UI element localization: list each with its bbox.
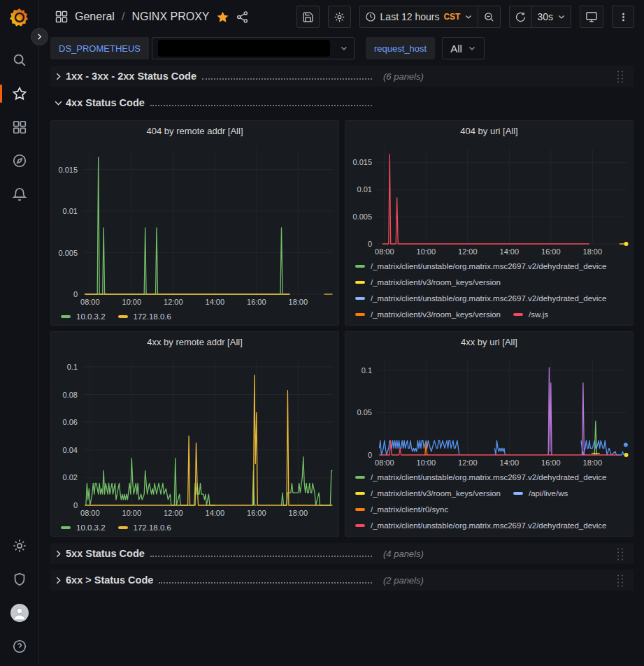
refresh-interval-picker[interactable]: 30s [532,6,571,28]
svg-text:08:00: 08:00 [80,298,100,306]
legend-label: 10.0.3.2 [76,312,106,321]
sidebar-item-alerting[interactable] [0,178,39,211]
sidebar-item-starred[interactable] [0,77,39,110]
legend-label: 10.0.3.2 [76,523,106,532]
zoom-out-time-button[interactable] [478,6,501,28]
row-panel-count: (6 panels) [383,71,424,82]
sidebar-item-configuration[interactable] [0,529,39,563]
sidebar-item-explore[interactable] [0,144,39,178]
svg-text:14:00: 14:00 [206,298,225,306]
panel-title[interactable]: 4xx by uri [All] [345,332,633,352]
page-title[interactable]: NGINX PROXY [131,10,209,23]
legend-item[interactable]: /_matrix/client/v3/room_keys/version [355,278,501,287]
svg-text:10:00: 10:00 [122,509,142,517]
legend-item[interactable]: /_matrix/client/unstable/org.matrix.msc2… [355,521,607,530]
timeseries-chart[interactable]: 08:0010:0012:0014:0016:0018:0000.0050.01… [51,140,338,308]
dashboard-body: 1xx - 3xx - 2xx Status Code (6 panels) 4… [39,63,644,666]
help-icon [12,639,27,654]
grafana-logo[interactable] [9,7,30,28]
legend-item[interactable]: 172.18.0.6 [118,312,171,321]
datasource-variable-label[interactable]: DS_PROMETHEUS [50,37,149,59]
series-color-swatch [61,315,71,318]
timeseries-chart[interactable]: 08:0010:0012:0014:0016:0018:0000.050.1 [345,352,633,469]
legend-label: /_matrix/client/v3/room_keys/version [371,489,501,498]
svg-text:0: 0 [368,240,372,248]
share-icon[interactable] [236,10,249,24]
legend-item[interactable]: 10.0.3.2 [61,523,106,532]
sidebar-item-server-admin[interactable] [0,563,39,596]
datasource-variable-select[interactable] [152,37,355,59]
row-header-1xx-3xx-2xx[interactable]: 1xx - 3xx - 2xx Status Code (6 panels) [50,66,634,87]
svg-text:0.015: 0.015 [352,158,372,166]
panel-404-by-remote-addr: 404 by remote addr [All] 08:0010:0012:00… [50,120,339,326]
chart-svg: 08:0010:0012:0014:0016:0018:0000.0050.01… [345,140,633,258]
svg-text:0.1: 0.1 [362,366,372,375]
legend-label: /_matrix/client/r0/sync [371,505,448,514]
legend-item[interactable]: /api/live/ws [513,489,568,498]
legend-label: /_matrix/client/unstable/org.matrix.msc2… [371,521,607,530]
series-color-swatch [355,265,365,268]
chart-svg: 08:0010:0012:0014:0016:0018:0000.0050.01… [51,140,338,308]
legend-label: /_matrix/client/v3/room_keys/version [371,310,501,319]
legend-item[interactable]: 172.18.0.6 [118,523,171,532]
refresh-button[interactable] [509,6,532,28]
svg-text:10:00: 10:00 [122,298,142,306]
panel-legend: 10.0.3.2172.18.0.6 [51,308,338,324]
row-header-5xx[interactable]: 5xx Status Code (4 panels) [50,543,634,564]
active-indicator [0,85,2,103]
series-color-swatch [513,313,523,316]
star-icon [12,86,27,101]
row-panel-count: (2 panels) [383,575,424,586]
sidebar-item-dashboards[interactable] [0,110,39,144]
svg-text:0.01: 0.01 [63,207,78,215]
row-header-4xx[interactable]: 4xx Status Code [50,92,634,113]
kebab-menu-button[interactable] [612,6,634,28]
avatar [10,604,29,622]
save-icon [302,11,314,23]
svg-text:18:00: 18:00 [289,298,308,306]
timeseries-chart[interactable]: 08:0010:0012:0014:0016:0018:0000.020.040… [51,352,338,519]
series-color-swatch [355,313,365,316]
save-dashboard-button[interactable] [296,6,320,28]
row-header-6xx[interactable]: 6xx > Status Code (2 panels) [50,570,634,591]
legend-item[interactable]: /_matrix/client/v3/room_keys/version [355,310,501,319]
svg-text:18:00: 18:00 [583,247,603,256]
legend-item[interactable]: /sw.js [513,310,548,319]
panel-title[interactable]: 4xx by remote addr [All] [51,332,338,352]
request-host-variable-label[interactable]: request_host [366,37,435,59]
svg-text:12:00: 12:00 [164,298,183,306]
kebab-icon [618,12,629,22]
legend-item[interactable]: /_matrix/client/unstable/org.matrix.msc2… [355,294,607,303]
request-host-variable-select[interactable]: All [442,37,485,59]
legend-item[interactable]: 10.0.3.2 [61,312,106,321]
panel-title[interactable]: 404 by remote addr [All] [51,121,338,140]
legend-item[interactable]: /_matrix/client/r0/sync [355,505,448,514]
legend-item[interactable]: /_matrix/client/v3/room_keys/version [355,489,501,498]
row-drag-handle[interactable] [616,547,624,560]
sidebar [0,0,39,666]
sidebar-item-profile[interactable] [0,596,39,630]
breadcrumb-section[interactable]: General [75,10,115,23]
sidebar-item-help[interactable] [0,630,39,663]
time-range-picker[interactable]: Last 12 hours CST [359,6,479,28]
dashboard-settings-button[interactable] [328,6,351,28]
panel-title[interactable]: 404 by uri [All] [345,121,633,140]
svg-text:0.005: 0.005 [352,212,372,221]
dotted-leader [150,549,372,557]
legend-item[interactable]: /_matrix/client/unstable/org.matrix.msc2… [355,473,607,482]
chevron-right-icon [50,549,66,558]
svg-text:0.015: 0.015 [58,166,78,174]
sidebar-expand-toggle[interactable] [31,28,48,45]
svg-text:14:00: 14:00 [500,458,520,467]
svg-text:12:00: 12:00 [164,509,183,517]
row-drag-handle[interactable] [616,70,624,83]
star-filled-icon[interactable] [216,10,229,24]
refresh-icon [515,11,527,23]
sidebar-item-search[interactable] [0,43,39,77]
timeseries-chart[interactable]: 08:0010:0012:0014:0016:0018:0000.0050.01… [345,140,633,258]
monitor-icon [585,10,598,23]
row-title: 5xx Status Code [66,548,149,559]
legend-item[interactable]: /_matrix/client/unstable/org.matrix.msc2… [355,262,607,270]
cycle-view-mode-button[interactable] [580,6,603,28]
row-drag-handle[interactable] [616,574,624,587]
